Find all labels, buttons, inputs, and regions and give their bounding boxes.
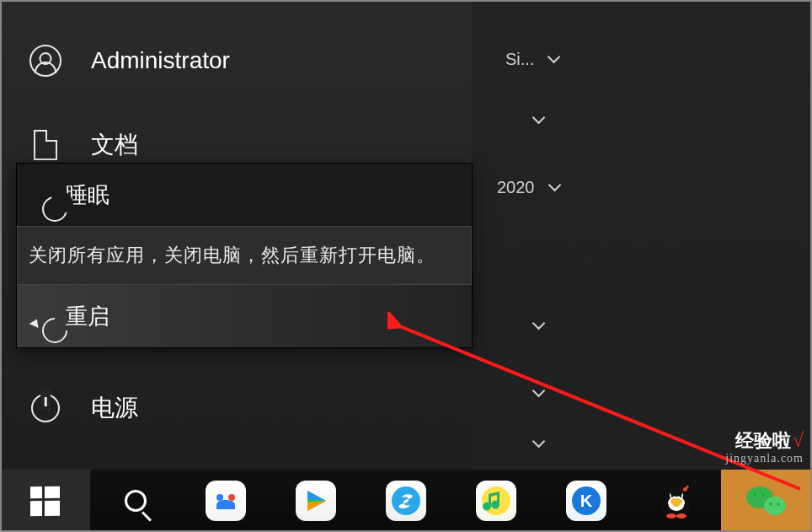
chevron-down-icon — [531, 435, 548, 452]
restart-tooltip: 关闭所有应用，关闭电脑，然后重新打开电脑。 — [17, 226, 472, 285]
background-panel: Si... 2020 — [472, 0, 812, 470]
restart-tooltip-text: 关闭所有应用，关闭电脑，然后重新打开电脑。 — [29, 243, 435, 268]
power-item[interactable]: 电源 — [0, 378, 472, 438]
taskbar-app-qq[interactable] — [631, 470, 721, 532]
svg-point-22 — [761, 493, 765, 497]
taskbar-app-baidu-netdisk[interactable] — [180, 470, 270, 532]
svg-point-23 — [769, 502, 772, 506]
svg-text:K: K — [580, 492, 592, 510]
qq-icon — [655, 478, 697, 524]
chevron-down-icon — [546, 51, 563, 67]
bg-row-2[interactable]: 2020 — [497, 170, 812, 204]
bg-row-chev-2[interactable] — [531, 103, 812, 137]
restart-option[interactable]: 重启 — [17, 285, 472, 347]
svg-point-24 — [777, 502, 780, 506]
bg-row-chev-4[interactable] — [531, 376, 812, 410]
power-icon — [29, 391, 62, 425]
start-menu-panel: Administrator 文档 电源 睡眠 关闭所有应用，关闭电脑，然后重新打… — [0, 0, 472, 470]
sogou-browser-icon — [386, 481, 426, 521]
bg-row-1-text: Si... — [505, 50, 534, 69]
documents-label: 文档 — [91, 129, 138, 161]
windows-logo-icon — [30, 486, 60, 516]
user-account-label: Administrator — [91, 47, 230, 74]
svg-point-0 — [216, 494, 223, 501]
document-icon — [29, 128, 62, 162]
taskbar-app-tencent-video[interactable] — [270, 470, 361, 532]
taskbar-app-kugou-music[interactable]: K — [541, 470, 631, 532]
start-button[interactable] — [0, 470, 90, 532]
svg-point-14 — [666, 513, 676, 519]
qq-music-icon — [476, 481, 516, 521]
watermark-check-icon: √ — [793, 429, 804, 451]
sleep-label: 睡眠 — [66, 180, 110, 210]
search-icon — [125, 490, 147, 512]
search-button[interactable] — [90, 470, 180, 532]
chevron-down-icon — [531, 384, 548, 401]
user-account-item[interactable]: Administrator — [0, 30, 472, 91]
power-label: 电源 — [91, 392, 138, 424]
tencent-video-icon — [296, 481, 336, 521]
svg-point-16 — [669, 483, 684, 497]
svg-point-13 — [684, 502, 691, 513]
restart-label: 重启 — [66, 302, 110, 331]
user-icon — [29, 44, 62, 78]
kugou-music-icon: K — [566, 481, 606, 521]
chevron-down-icon — [547, 179, 564, 196]
watermark-brand: 经验啦 — [735, 431, 791, 451]
taskbar-app-sogou-browser[interactable] — [361, 470, 451, 532]
watermark-url: jingyanla.com — [725, 452, 804, 465]
taskbar: K — [0, 470, 812, 532]
svg-point-21 — [753, 493, 756, 497]
chevron-down-icon — [531, 111, 548, 128]
taskbar-app-wechat[interactable] — [721, 470, 812, 532]
chevron-down-icon — [531, 317, 548, 334]
bg-row-1[interactable]: Si... — [505, 42, 812, 76]
baidu-netdisk-icon — [206, 481, 246, 521]
svg-point-20 — [764, 497, 786, 515]
sleep-option[interactable]: 睡眠 — [17, 164, 472, 226]
watermark: 经验啦 √ jingyanla.com — [725, 429, 804, 465]
bg-row-chev-3[interactable] — [531, 309, 812, 342]
bg-row-2-text: 2020 — [497, 178, 535, 197]
svg-point-15 — [676, 513, 686, 519]
wechat-icon — [721, 470, 812, 532]
svg-point-1 — [228, 494, 235, 501]
power-options-popup: 睡眠 关闭所有应用，关闭电脑，然后重新打开电脑。 重启 — [17, 164, 472, 347]
taskbar-app-qq-music[interactable] — [451, 470, 541, 532]
svg-point-17 — [670, 498, 682, 505]
